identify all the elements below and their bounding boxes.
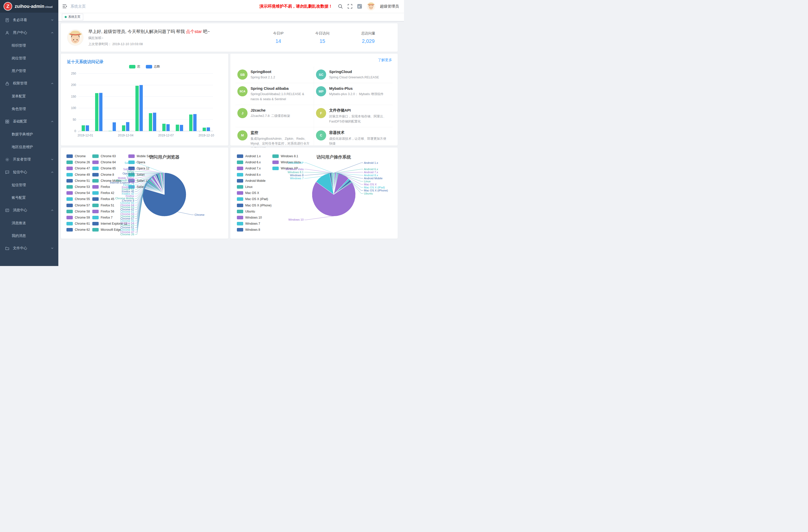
- sidebar-item-label: 基础配置: [13, 119, 53, 124]
- legend-label: Safari: [137, 173, 145, 177]
- legend-item-android-8-x[interactable]: Android 8.x: [237, 172, 271, 178]
- legend-item-chrome-62[interactable]: Chrome 62: [67, 227, 90, 233]
- legend-swatch: [92, 173, 99, 177]
- legend-item-chrome-58[interactable]: Chrome 58: [67, 208, 90, 215]
- legend-item-chrome-54[interactable]: Chrome 54: [67, 190, 90, 196]
- top-navbar: 系统主页 演示环境维护不易，请勿乱删乱改数据！ A+ 超级管理员: [58, 0, 404, 13]
- legend-item-opera[interactable]: Opera: [128, 159, 154, 165]
- sidebar-item-3[interactable]: 基础配置: [0, 115, 58, 128]
- legend-item-chrome-61[interactable]: Chrome 61: [67, 221, 90, 227]
- stat-label: 总访问量: [361, 31, 375, 36]
- sidebar-subitem-2-0[interactable]: 菜单配置: [0, 90, 58, 103]
- legend-item-firefox-42[interactable]: Firefox 42: [92, 190, 127, 196]
- sidebar-subitem-3-1[interactable]: 地区信息维护: [0, 141, 58, 153]
- legend-item-mac-os-x-iphone[interactable]: Mac OS X (iPhone): [237, 202, 271, 208]
- breadcrumb[interactable]: 系统主页: [71, 4, 86, 9]
- legend-swatch: [128, 185, 135, 189]
- sidebar-subitem-6-1[interactable]: 我的消息: [0, 229, 58, 242]
- sidebar-item-7[interactable]: 文件中心: [0, 242, 58, 255]
- learn-more-link[interactable]: 了解更多: [378, 58, 392, 62]
- legend-item-android-mobile[interactable]: Android Mobile: [237, 178, 271, 184]
- legend-item-you[interactable]: 您: [129, 65, 140, 69]
- username-text[interactable]: 超级管理员: [380, 4, 399, 9]
- sidebar-item-5[interactable]: 短信中心: [0, 166, 58, 179]
- search-icon[interactable]: [338, 4, 343, 9]
- sidebar-subitem-1-1[interactable]: 岗位管理: [0, 52, 58, 65]
- sidebar-subitem-1-2[interactable]: 用户管理: [0, 65, 58, 77]
- project-item-api[interactable]: F文件存储API封装文件接口，实现本地存储、阿里云、FastDFS存储的配置化: [314, 105, 392, 127]
- legend-item-chrome-26[interactable]: Chrome 26: [67, 159, 90, 165]
- sidebar-subitem-5-1[interactable]: 账号配置: [0, 191, 58, 204]
- legend-item-android-1-x[interactable]: Android 1.x: [237, 153, 271, 159]
- legend-item-microsoft-edge[interactable]: Microsoft Edge: [92, 227, 127, 233]
- legend-swatch: [272, 154, 279, 158]
- sidebar-item-2[interactable]: 权限管理: [0, 77, 58, 90]
- lock-icon: [5, 81, 10, 86]
- legend-item-chrome-8[interactable]: Chrome 8: [92, 172, 127, 178]
- legend-item-linux[interactable]: Linux: [237, 184, 271, 190]
- project-item-mybatis-plus[interactable]: MPMybatis-PlusMybatis-plus 3.2.0： Mybati…: [314, 83, 392, 105]
- legend-item-android-7-x[interactable]: Android 7.x: [237, 165, 271, 171]
- legend-item-windows-xp[interactable]: Windows XP: [272, 165, 300, 171]
- legend-item-chrome-49[interactable]: Chrome 49: [67, 172, 90, 178]
- sidebar-toggle-icon[interactable]: [62, 4, 67, 9]
- svg-text:+: +: [360, 4, 362, 6]
- legend-item-chrome-59[interactable]: Chrome 59: [67, 215, 90, 221]
- legend-item-windows-vista[interactable]: Windows Vista: [272, 159, 300, 165]
- legend-item-chrome-47[interactable]: Chrome 47: [67, 165, 90, 171]
- user-avatar[interactable]: [367, 2, 375, 11]
- legend-item-windows-7[interactable]: Windows 7: [237, 221, 271, 227]
- legend-item-chrome-65[interactable]: Chrome 65: [92, 165, 127, 171]
- legend-item-chrome[interactable]: Chrome: [67, 153, 90, 159]
- legend-item-windows-10[interactable]: Windows 10: [237, 215, 271, 221]
- legend-item-mac-os-x[interactable]: Mac OS X: [237, 190, 271, 196]
- legend-item-firefox-51[interactable]: Firefox 51: [92, 202, 127, 208]
- project-title: Spring Cloud alibaba: [251, 86, 310, 91]
- legend-item-chrome-mobile[interactable]: Chrome Mobile: [92, 178, 127, 184]
- project-item-j2cache[interactable]: JJ2cacheJ2cache2.7.8: 二级缓存框架: [235, 105, 314, 127]
- legend-item-android-6-x[interactable]: Android 6.x: [237, 159, 271, 165]
- project-title: 容器技术: [329, 130, 389, 135]
- legend-swatch: [237, 216, 243, 219]
- svg-text:2019-12-10: 2019-12-10: [199, 134, 214, 137]
- legend-item-firefox-56[interactable]: Firefox 56: [92, 208, 127, 215]
- legend-item-firefox-7[interactable]: Firefox 7: [92, 215, 127, 221]
- legend-item-chrome-63[interactable]: Chrome 63: [92, 153, 127, 159]
- legend-item-chrome-57[interactable]: Chrome 57: [67, 202, 90, 208]
- legend-item-chrome-55[interactable]: Chrome 55: [67, 196, 90, 202]
- sidebar-menu: 务必详看用户中心组织管理岗位管理用户管理权限管理菜单配置角色管理基础配置数据字典…: [0, 13, 58, 266]
- sidebar-item-0[interactable]: 务必详看: [0, 14, 58, 26]
- folder-icon: [5, 246, 10, 251]
- sidebar-item-1[interactable]: 用户中心: [0, 26, 58, 39]
- project-item-spring-cloud-alibaba[interactable]: SCASpring Cloud alibabaSpringCloudAlibab…: [235, 83, 314, 105]
- sidebar-subitem-1-0[interactable]: 组织管理: [0, 39, 58, 52]
- font-size-icon[interactable]: A+: [357, 4, 362, 9]
- sidebar-item-6[interactable]: 消息中心: [0, 204, 58, 217]
- legend-swatch: [67, 185, 73, 189]
- legend-item-chrome-53[interactable]: Chrome 53: [67, 184, 90, 190]
- project-item-springboot[interactable]: SBSpringBootSpring Boot 2.1.2: [235, 67, 314, 83]
- legend-item-chrome-64[interactable]: Chrome 64: [92, 159, 127, 165]
- legend-item-safari[interactable]: Safari: [128, 172, 154, 178]
- legend-item-windows-8[interactable]: Windows 8: [237, 227, 271, 233]
- legend-item-ubuntu[interactable]: Ubuntu: [237, 208, 271, 215]
- legend-item-mac-os-x-ipad[interactable]: Mac OS X (iPad): [237, 196, 271, 202]
- tab-home[interactable]: 系统主页: [62, 14, 83, 20]
- legend-item-total[interactable]: 总数: [146, 65, 160, 69]
- sidebar-subitem-3-0[interactable]: 数据字典维护: [0, 128, 58, 141]
- legend-item-firefox[interactable]: Firefox: [92, 184, 127, 190]
- sidebar-item-4[interactable]: 开发者管理: [0, 153, 58, 166]
- star-link[interactable]: 点个star: [186, 29, 202, 34]
- legend-item-firefox-45[interactable]: Firefox 45: [92, 196, 127, 202]
- app-logo[interactable]: Z zuihou-admincloud: [0, 0, 58, 13]
- legend-item-internet-explorer-11[interactable]: Internet Explorer 11: [92, 221, 127, 227]
- project-item-springcloud[interactable]: SCSpringCloudSpring Cloud Greenwich.RELE…: [314, 67, 392, 83]
- legend-item-chrome-51[interactable]: Chrome 51: [67, 178, 90, 184]
- legend-label: Mac OS X (iPad): [245, 197, 268, 201]
- legend-swatch: [146, 65, 152, 69]
- fullscreen-icon[interactable]: [347, 4, 352, 9]
- sidebar-subitem-6-0[interactable]: 消息推送: [0, 217, 58, 229]
- legend-item-opera-12[interactable]: Opera 12: [128, 165, 154, 171]
- sidebar-subitem-2-1[interactable]: 角色管理: [0, 103, 58, 115]
- sidebar-subitem-5-0[interactable]: 短信管理: [0, 179, 58, 191]
